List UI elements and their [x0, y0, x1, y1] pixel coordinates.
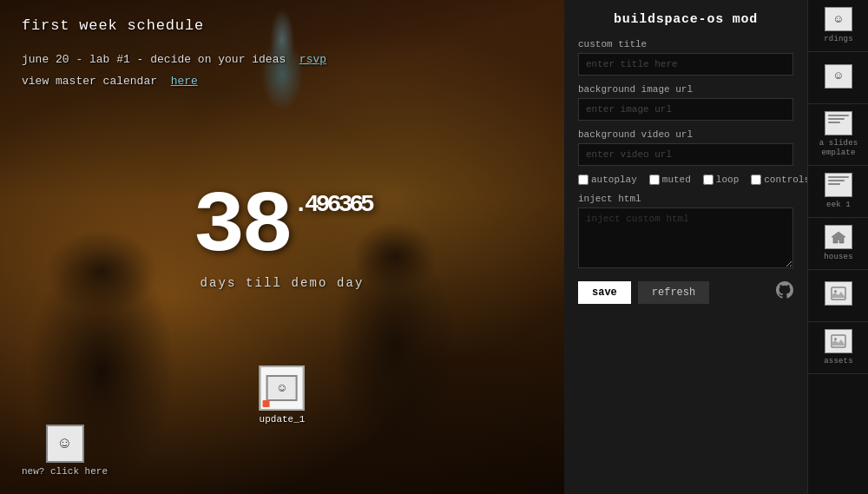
refresh-button[interactable]: refresh: [638, 281, 709, 304]
doc-line-1: [828, 115, 849, 116]
page-title: first week schedule: [22, 17, 542, 34]
muted-label: muted: [662, 175, 691, 185]
calendar-text: view master calendar: [22, 75, 157, 88]
update-dot: [263, 400, 270, 407]
sidebar-item-assets[interactable]: assets: [808, 322, 868, 374]
recordings-icon: ☺: [825, 7, 852, 31]
svg-point-3: [834, 338, 837, 340]
button-row: save refresh: [578, 281, 793, 304]
new-user-widget[interactable]: ☺ new? click here: [22, 425, 108, 477]
sidebar-item-recordings[interactable]: ☺ rdings: [808, 0, 868, 52]
new-user-label: new? click here: [22, 466, 108, 477]
assets-icon: [825, 329, 852, 353]
sidebar-item-image1[interactable]: [808, 270, 868, 322]
doc-line-2: [828, 118, 845, 120]
bg-video-input[interactable]: [578, 143, 793, 166]
sidebar-item-week1[interactable]: eek 1: [808, 166, 868, 218]
rsvp-link[interactable]: rsvp: [299, 53, 326, 66]
doc-line-5: [828, 180, 845, 181]
update-widget[interactable]: ☺ update_1: [260, 366, 306, 425]
bg-image-label: background image url: [578, 84, 793, 95]
autoplay-checkbox-label[interactable]: autoplay: [578, 175, 637, 185]
sidebar-item-2[interactable]: ☺: [808, 52, 868, 104]
doc-line-3: [828, 122, 840, 123]
muted-checkbox[interactable]: [649, 175, 660, 185]
update-icon-inner: ☺: [266, 375, 298, 401]
countdown-decimal: .496365: [293, 193, 372, 217]
sidebar-strip: ☺ rdings ☺ a slidesemplate: [807, 0, 868, 494]
countdown-big-number: 38: [193, 184, 290, 271]
doc-line-6: [828, 183, 840, 185]
houses-icon: [825, 225, 852, 249]
bg-video-label: background video url: [578, 129, 793, 140]
assets-label: assets: [824, 357, 853, 366]
controls-checkbox[interactable]: [751, 175, 761, 185]
video-options-row: autoplay muted loop controls: [578, 175, 793, 185]
inject-html-textarea[interactable]: [578, 207, 793, 268]
doc-line-4: [828, 176, 849, 178]
houses-label: houses: [824, 253, 853, 262]
calendar-line: view master calendar here: [22, 75, 542, 88]
autoplay-label: autoplay: [591, 175, 637, 185]
muted-checkbox-label[interactable]: muted: [649, 175, 691, 185]
mod-panel-wrapper: buildspace-os mod custom title backgroun…: [564, 0, 807, 494]
sidebar-item-slides[interactable]: a slidesemplate: [808, 104, 868, 166]
main-area: first week schedule june 20 - lab #1 - d…: [0, 0, 564, 494]
countdown-container: 38 .496365 days till demo day: [193, 184, 372, 290]
schedule-line: june 20 - lab #1 - decide on your ideas …: [22, 53, 542, 66]
inject-html-group: inject html: [578, 194, 793, 273]
image1-icon: [825, 281, 852, 306]
svg-point-1: [834, 290, 837, 293]
right-area: buildspace-os mod custom title backgroun…: [564, 0, 868, 494]
bg-image-group: background image url: [578, 84, 793, 121]
update-label: update_1: [260, 414, 306, 425]
save-button[interactable]: save: [578, 281, 631, 304]
slides-label: a slidesemplate: [819, 139, 858, 158]
recordings-label: rdings: [824, 35, 853, 44]
countdown-display: 38 .496365: [193, 184, 372, 271]
sidebar-icon-2: ☺: [825, 64, 852, 89]
countdown-label: days till demo day: [193, 276, 372, 290]
week1-icon: [825, 173, 852, 197]
autoplay-checkbox[interactable]: [578, 175, 589, 185]
controls-checkbox-label[interactable]: controls: [751, 175, 807, 185]
sidebar-item-houses[interactable]: houses: [808, 218, 868, 270]
custom-title-input[interactable]: [578, 53, 793, 76]
doc-lines-2: [828, 176, 849, 185]
slides-icon: [825, 111, 852, 135]
doc-lines: [828, 115, 849, 123]
inject-html-label: inject html: [578, 194, 793, 204]
custom-title-group: custom title: [578, 39, 793, 76]
loop-label: loop: [716, 175, 739, 185]
bg-image-input[interactable]: [578, 98, 793, 121]
mod-panel-inner: buildspace-os mod custom title backgroun…: [564, 0, 807, 316]
loop-checkbox[interactable]: [703, 175, 713, 185]
bg-video-group: background video url: [578, 129, 793, 166]
github-icon[interactable]: [776, 281, 793, 304]
new-user-icon: ☺: [46, 425, 84, 463]
schedule-text: june 20 - lab #1 - decide on your ideas: [22, 53, 286, 66]
week1-label: eek 1: [826, 201, 851, 210]
calendar-link[interactable]: here: [171, 75, 198, 88]
loop-checkbox-label[interactable]: loop: [703, 175, 739, 185]
update-icon: ☺: [260, 366, 305, 411]
controls-label: controls: [764, 175, 807, 185]
mod-panel-title: buildspace-os mod: [578, 12, 793, 27]
app-layout: first week schedule june 20 - lab #1 - d…: [0, 0, 868, 494]
custom-title-label: custom title: [578, 39, 793, 49]
